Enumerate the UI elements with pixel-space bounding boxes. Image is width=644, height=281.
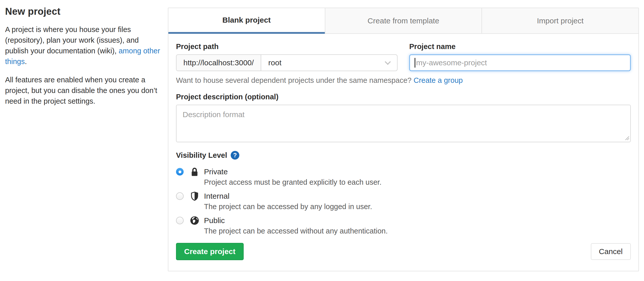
project-type-tabs: Blank project Create from template Impor… <box>168 8 638 34</box>
project-description-label: Project description (optional) <box>176 93 631 101</box>
project-description-wrap <box>176 105 631 142</box>
text-cursor <box>415 58 415 68</box>
project-name-label: Project name <box>409 42 631 51</box>
project-name-column: Project name <box>409 42 631 71</box>
namespace-select[interactable]: root <box>261 55 397 71</box>
public-option-text: Public The project can be accessed witho… <box>204 215 388 236</box>
cancel-button[interactable]: Cancel <box>591 243 631 260</box>
project-name-wrap <box>409 54 631 71</box>
project-path-column: Project path http://localhost:3000/ root <box>176 42 398 71</box>
private-option-text: Private Project access must be granted e… <box>204 167 382 188</box>
intro-paragraph-2: All features are enabled when you create… <box>5 74 161 106</box>
create-project-button[interactable]: Create project <box>176 243 244 260</box>
form-actions: Create project Cancel <box>176 243 631 260</box>
intro-paragraph-1-period: . <box>25 57 27 66</box>
tab-import-project[interactable]: Import project <box>481 8 638 34</box>
page-title: New project <box>5 6 161 17</box>
blank-project-form: Project path http://localhost:3000/ root… <box>168 34 638 260</box>
public-option-name[interactable]: Public <box>204 215 388 226</box>
visibility-options: Private Project access must be granted e… <box>176 167 631 236</box>
new-project-intro: New project A project is where you house… <box>5 6 161 114</box>
shield-icon <box>190 191 199 201</box>
internal-radio[interactable] <box>176 192 184 200</box>
project-path-label: Project path <box>176 42 398 51</box>
create-a-group-link[interactable]: Create a group <box>414 76 463 84</box>
visibility-option-private: Private Project access must be granted e… <box>176 167 631 188</box>
visibility-option-internal: Internal The project can be accessed by … <box>176 191 631 212</box>
internal-option-text: Internal The project can be accessed by … <box>204 191 372 212</box>
tab-blank-project[interactable]: Blank project <box>168 8 325 34</box>
public-radio[interactable] <box>176 217 184 224</box>
path-name-row: Project path http://localhost:3000/ root… <box>176 42 631 71</box>
project-name-input[interactable] <box>409 54 631 71</box>
visibility-level-label: Visibility Level <box>176 151 227 160</box>
url-prefix-addon: http://localhost:3000/ <box>177 55 261 71</box>
chevron-down-icon <box>385 59 391 65</box>
lock-icon <box>190 167 199 177</box>
visibility-option-public: Public The project can be accessed witho… <box>176 215 631 236</box>
globe-icon <box>190 216 199 225</box>
resize-grip-icon[interactable] <box>624 135 630 140</box>
namespace-hint: Want to house several dependent projects… <box>176 76 631 85</box>
project-description-textarea[interactable] <box>176 105 631 142</box>
public-option-description: The project can be accessed without any … <box>204 226 388 236</box>
project-path-input-group: http://localhost:3000/ root <box>176 54 398 71</box>
namespace-hint-text: Want to house several dependent projects… <box>176 76 414 84</box>
tab-create-from-template[interactable]: Create from template <box>325 8 482 34</box>
private-radio[interactable] <box>176 168 184 176</box>
internal-option-description: The project can be accessed by any logge… <box>204 201 372 212</box>
intro-paragraph-1: A project is where you house your files … <box>5 24 161 67</box>
namespace-selected-value: root <box>268 58 282 67</box>
visibility-level-row: Visibility Level ? <box>176 151 631 160</box>
help-icon[interactable]: ? <box>231 151 239 160</box>
private-option-description: Project access must be granted explicitl… <box>204 177 382 188</box>
internal-option-name[interactable]: Internal <box>204 191 372 201</box>
new-project-panel: Blank project Create from template Impor… <box>168 8 639 271</box>
private-option-name[interactable]: Private <box>204 167 382 177</box>
